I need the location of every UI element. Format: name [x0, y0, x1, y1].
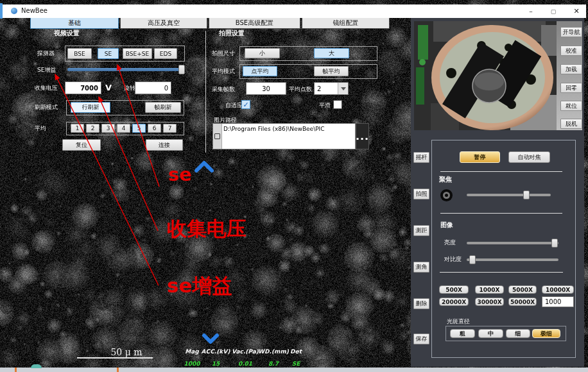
size-small-button[interactable]: 小 [245, 48, 280, 58]
browse-button[interactable]: ... [356, 123, 369, 149]
se-gain-label: SE增益 [37, 67, 56, 73]
window-edge-accent [0, 3, 3, 19]
window-title: NewBee [21, 7, 48, 14]
average-4-button[interactable]: 4 [117, 124, 130, 133]
tab-lens-config[interactable]: 镜组配置 [302, 17, 390, 29]
se-gain-slider-thumb[interactable] [178, 65, 185, 74]
points-dropdown[interactable]: 2 [314, 82, 349, 95]
divider-3 [440, 272, 563, 273]
close-button[interactable]: ✕ [566, 4, 587, 18]
frame-average-button[interactable]: 帧平均 [314, 66, 349, 76]
path-input[interactable]: D:\Program Files (x86)\NewBee\PIC [222, 124, 355, 149]
contrast-slider-track[interactable] [467, 258, 558, 261]
average-3-button[interactable]: 3 [101, 124, 115, 133]
tab-hv-vacuum[interactable]: 高压及真空 [120, 17, 207, 29]
spot-medium-button[interactable]: 中 [478, 329, 503, 338]
mag-1000x-button[interactable]: 1000X [475, 285, 504, 294]
average-7-button[interactable]: 7 [163, 124, 177, 133]
tab-bse-advanced[interactable]: BSE高级配置 [209, 17, 300, 29]
smooth-checkbox[interactable] [333, 100, 342, 109]
mag-50000x-button[interactable]: 50000X [508, 298, 537, 306]
divider-2 [440, 213, 562, 214]
taskbar-strip [0, 368, 588, 372]
tab-basic[interactable]: 基础 [30, 17, 119, 29]
path-gutter [213, 124, 222, 149]
contrast-label: 对比度 [444, 257, 462, 262]
average-6-button[interactable]: 6 [148, 124, 161, 133]
average-5-button[interactable]: 5 [132, 124, 146, 133]
detector-se-button[interactable]: SE [98, 48, 119, 59]
minimize-button[interactable]: – [521, 4, 541, 18]
mag-10000x-button[interactable]: 10000X [542, 285, 574, 294]
frames-label: 采集帧数 [212, 87, 235, 92]
maximize-button[interactable]: ▢ [543, 4, 564, 18]
tool-measure-angle-button[interactable]: 测角 [413, 262, 429, 273]
average-label: 平均 [35, 126, 46, 131]
readout-mag: Mag1000 [184, 348, 200, 367]
mag-5000x-button[interactable]: 5000X [508, 285, 537, 294]
annotation-collect-voltage: 收集电压 [167, 219, 246, 239]
size-large-button[interactable]: 大 [314, 48, 349, 58]
se-gain-slider-track[interactable] [67, 68, 182, 71]
average-2-button[interactable]: 2 [86, 124, 99, 133]
readout-wd: WD.(mm)8.7 [258, 348, 289, 367]
reset-button[interactable]: 复位 [62, 139, 101, 151]
mag-input[interactable]: 1000 [542, 296, 574, 307]
tool-save-button[interactable]: 保存 [413, 334, 429, 344]
mag-20000x-button[interactable]: 20000X [439, 298, 469, 306]
nav-in-position-button[interactable]: 就位 [560, 101, 582, 111]
image-section-label: 图像 [440, 222, 453, 228]
detector-bse-button[interactable]: BSE [67, 48, 92, 59]
average-1-button[interactable]: 1 [71, 124, 84, 133]
contrast-slider-thumb[interactable] [469, 255, 476, 264]
voltage-unit-label: V [105, 83, 112, 92]
mag-500x-button[interactable]: 500X [439, 285, 469, 294]
scale-bar-label: 50 μ m [83, 347, 169, 357]
refresh-line-button[interactable]: 行刷新 [71, 102, 110, 113]
point-average-button[interactable]: 点平均 [243, 66, 277, 76]
nav-load-button[interactable]: 加载 [560, 64, 582, 74]
mag-30000x-button[interactable]: 30000X [475, 298, 504, 306]
focus-slider-thumb[interactable] [523, 190, 530, 199]
rotation-input[interactable]: 0 [135, 81, 171, 94]
title-bar: NewBee – ▢ ✕ [2, 4, 586, 18]
refresh-frame-button[interactable]: 帧刷新 [145, 102, 181, 113]
adaptive-checkbox[interactable]: ✓ [241, 100, 250, 109]
pause-button[interactable]: 暂停 [460, 151, 500, 163]
dropdown-chevron-icon[interactable] [338, 83, 348, 94]
focus-slider-track[interactable] [467, 194, 551, 196]
connect-button[interactable]: 连接 [146, 139, 183, 151]
path-box[interactable]: D:\Program Files (x86)\NewBee\PIC [212, 123, 356, 149]
spot-fine-button[interactable]: 细 [506, 329, 530, 338]
brightness-slider-track[interactable] [467, 242, 558, 244]
divider-1 [440, 171, 562, 172]
frames-input[interactable]: 30 [246, 82, 286, 95]
focus-target-icon[interactable] [440, 189, 453, 201]
detector-eds-button[interactable]: EDS [154, 48, 177, 59]
focus-label: 聚焦 [439, 176, 452, 183]
spot-extra-fine-button[interactable]: 极细 [532, 329, 560, 338]
tool-measure-distance-button[interactable]: 测距 [413, 225, 429, 236]
refresh-mode-label: 刷新模式 [35, 105, 58, 110]
points-value: 2 [317, 85, 338, 92]
brightness-label: 亮度 [444, 240, 456, 246]
nav-calibrate-button[interactable]: 校准 [560, 46, 582, 56]
nav-home-button[interactable]: 回零 [560, 83, 582, 93]
readout-acc: ACC.(kV)15 [202, 348, 230, 367]
nav-open-navigation-button[interactable]: 开导航 [560, 27, 582, 37]
nav-offline-button[interactable]: 脱机 [560, 119, 582, 129]
detector-bse-se-button[interactable]: BSE+SE [123, 48, 152, 59]
readout-vac: Vac.(Pa)0.01 [232, 348, 259, 367]
spot-coarse-button[interactable]: 粗 [450, 329, 475, 338]
tool-snapshot-button[interactable]: 拍照 [413, 189, 429, 199]
collect-voltage-input[interactable]: 7000 [65, 81, 101, 94]
tool-delete-button[interactable]: 删除 [413, 298, 429, 309]
brightness-slider-thumb[interactable] [551, 239, 558, 248]
rotation-label: 旋转 [124, 85, 135, 91]
camera-view [414, 21, 582, 130]
tool-joystick-button[interactable]: 摇杆 [413, 152, 429, 163]
control-panel-group [431, 140, 576, 358]
autofocus-button[interactable]: 自动对焦 [508, 151, 550, 163]
photo-settings-title: 拍照设置 [219, 30, 245, 37]
path-label: 图片路径 [214, 117, 237, 123]
